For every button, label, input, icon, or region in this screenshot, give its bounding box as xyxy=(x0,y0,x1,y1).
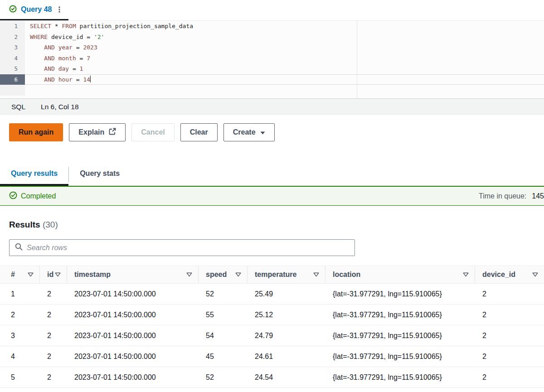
column-label: location xyxy=(333,271,360,279)
query-status-banner: Completed Time in queue: 145 xyxy=(0,186,544,206)
sql-editor[interactable]: 1SELECT * FROM partition_projection_samp… xyxy=(0,21,544,98)
editor-language-label: SQL xyxy=(11,103,25,111)
table-cell: 2 xyxy=(475,290,544,298)
explain-button[interactable]: Explain xyxy=(69,123,126,141)
tab-query-48[interactable]: Query 48 xyxy=(0,0,68,20)
search-icon xyxy=(15,243,23,252)
table-cell: 45 xyxy=(199,353,248,361)
filter-dropdown-icon[interactable] xyxy=(55,271,61,279)
search-rows-box[interactable] xyxy=(9,239,355,256)
table-cell: {lat=-31.977291, lng=115.910065} xyxy=(325,290,475,298)
editor-line[interactable]: 6 AND hour = 14 xyxy=(0,74,544,85)
tab-query-results[interactable]: Query results xyxy=(0,169,68,186)
clear-label: Clear xyxy=(190,128,208,136)
table-cell: 4 xyxy=(0,353,40,361)
table-cell: 25.12 xyxy=(248,311,325,319)
run-again-button[interactable]: Run again xyxy=(9,123,63,141)
table-cell: 2023-07-01 14:50:00.000 xyxy=(67,290,199,298)
table-cell: 2 xyxy=(40,332,67,340)
filter-dropdown-icon[interactable] xyxy=(186,271,192,279)
table-cell: 54 xyxy=(199,332,248,340)
editor-line[interactable] xyxy=(0,85,544,96)
column-label: speed xyxy=(206,271,227,279)
filter-dropdown-icon[interactable] xyxy=(463,271,469,279)
query-tab-title: Query 48 xyxy=(21,5,52,14)
table-cell: 52 xyxy=(199,373,248,382)
table-cell: {lat=-31.977291, lng=115.910065} xyxy=(325,353,475,361)
editor-line[interactable]: 5 AND day = 1 xyxy=(0,63,544,74)
table-cell: 24.61 xyxy=(248,353,325,361)
filter-dropdown-icon[interactable] xyxy=(28,271,34,279)
table-cell: 2 xyxy=(40,373,67,382)
tab-query-stats[interactable]: Query stats xyxy=(69,169,131,186)
editor-line[interactable]: 1SELECT * FROM partition_projection_samp… xyxy=(0,21,544,32)
filter-dropdown-icon[interactable] xyxy=(532,271,538,279)
code-line-text xyxy=(25,85,544,96)
clear-button[interactable]: Clear xyxy=(180,123,218,141)
cursor-position-label: Ln 6, Col 18 xyxy=(41,103,79,111)
line-number xyxy=(0,85,25,96)
column-header-id[interactable]: id xyxy=(40,266,67,283)
code-line-text: AND year = 2023 xyxy=(25,42,544,53)
filter-dropdown-icon[interactable] xyxy=(313,271,319,279)
text-cursor xyxy=(90,76,91,82)
table-cell: 2 xyxy=(40,290,67,298)
column-label: timestamp xyxy=(74,271,111,279)
cancel-label: Cancel xyxy=(141,128,165,136)
editor-line[interactable]: 3 AND year = 2023 xyxy=(0,42,544,53)
create-label: Create xyxy=(233,128,256,136)
results-heading: Results (30) xyxy=(9,220,544,230)
cancel-button: Cancel xyxy=(131,123,174,141)
column-header-device_id[interactable]: device_id xyxy=(475,266,544,283)
column-label: temperature xyxy=(255,271,296,279)
table-cell: {lat=-31.977291, lng=115.910065} xyxy=(325,332,475,340)
table-cell: 2 xyxy=(475,373,544,382)
code-line-text: AND hour = 14 xyxy=(25,74,544,85)
results-table: #idtimestampspeedtemperaturelocationdevi… xyxy=(0,266,544,388)
search-rows-input[interactable] xyxy=(27,244,349,252)
status-completed-label: Completed xyxy=(21,192,56,200)
time-in-queue-label: Time in queue: xyxy=(479,192,526,200)
results-tab-bar: Query results Query stats xyxy=(0,150,544,186)
create-dropdown-button[interactable]: Create xyxy=(223,123,275,141)
code-line-text: WHERE device_id = '2' xyxy=(25,32,544,43)
table-cell: 3 xyxy=(0,332,40,340)
table-header-row: #idtimestampspeedtemperaturelocationdevi… xyxy=(0,266,544,284)
column-header-temperature[interactable]: temperature xyxy=(248,266,325,283)
line-number: 4 xyxy=(0,53,25,64)
table-row[interactable]: 122023-07-01 14:50:00.0005225.49{lat=-31… xyxy=(0,284,544,305)
table-row[interactable]: 522023-07-01 14:50:00.0005224.54{lat=-31… xyxy=(0,367,544,388)
column-header-timestamp[interactable]: timestamp xyxy=(67,266,199,283)
line-number: 6 xyxy=(0,74,25,85)
code-line-text: SELECT * FROM partition_projection_sampl… xyxy=(25,21,544,32)
line-number: 5 xyxy=(0,63,25,74)
column-header-num[interactable]: # xyxy=(0,266,40,283)
filter-dropdown-icon[interactable] xyxy=(235,271,241,279)
caret-down-icon xyxy=(260,128,265,136)
table-cell: 2023-07-01 14:50:00.000 xyxy=(67,311,199,319)
table-cell: 2 xyxy=(40,311,67,319)
table-cell: {lat=-31.977291, lng=115.910065} xyxy=(325,373,475,382)
line-number: 3 xyxy=(0,42,25,53)
line-number: 2 xyxy=(0,32,25,43)
explain-label: Explain xyxy=(78,128,104,136)
editor-status-bar: SQL Ln 6, Col 18 xyxy=(0,98,544,115)
table-row[interactable]: 322023-07-01 14:50:00.0005424.79{lat=-31… xyxy=(0,325,544,346)
editor-line[interactable]: 2WHERE device_id = '2' xyxy=(0,32,544,43)
table-cell: 55 xyxy=(199,311,248,319)
table-cell: 1 xyxy=(0,290,40,298)
external-link-icon xyxy=(109,128,116,137)
column-label: device_id xyxy=(482,271,515,279)
kebab-menu-icon[interactable] xyxy=(56,5,63,14)
table-row[interactable]: 422023-07-01 14:50:00.0004524.61{lat=-31… xyxy=(0,346,544,367)
table-row[interactable]: 222023-07-01 14:50:00.0005525.12{lat=-31… xyxy=(0,305,544,325)
column-header-speed[interactable]: speed xyxy=(199,266,248,283)
table-cell: 2023-07-01 14:50:00.000 xyxy=(67,332,199,340)
table-cell: 5 xyxy=(0,373,40,382)
table-cell: 2 xyxy=(475,332,544,340)
line-number: 1 xyxy=(0,21,25,32)
success-check-icon xyxy=(9,191,17,201)
editor-line[interactable]: 4 AND month = 7 xyxy=(0,53,544,64)
column-header-location[interactable]: location xyxy=(325,266,475,283)
column-label: # xyxy=(11,271,15,279)
